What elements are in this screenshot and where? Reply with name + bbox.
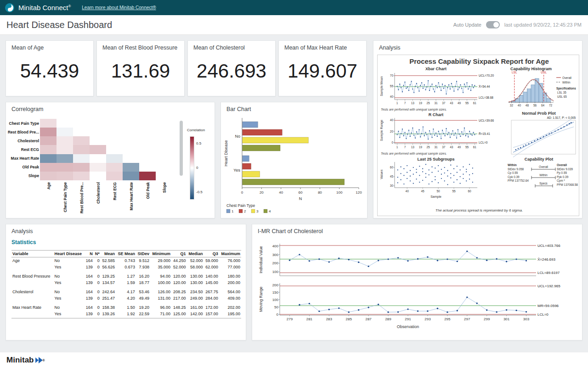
svg-text:Slope: Slope (162, 182, 167, 193)
correlogram-y-label: Old Peak (7, 165, 39, 169)
svg-text:49: 49 (458, 145, 461, 149)
header-controls: Auto Update last updated 9/20/22, 12:45:… (453, 21, 582, 28)
sixpack-graph[interactable]: Process Capability Sixpack Report for Ag… (377, 55, 579, 216)
minitab-wordmark: Minitab (6, 356, 34, 365)
correlogram-y-label: Rest ECG (7, 147, 39, 152)
svg-text:LSL: LSL (512, 71, 517, 74)
correlogram-chart[interactable]: Chest Pain TypeRest Blood Pre...Choleste… (6, 102, 215, 218)
correlogram-cell (40, 128, 57, 136)
kpi-label: Mean of Rest Blood Pressure (102, 45, 177, 51)
panel-title: I-MR Chart of Cholesterol (258, 228, 323, 234)
svg-text:50: 50 (274, 305, 278, 309)
svg-text:Cpk 0.39: Cpk 0.39 (508, 175, 520, 179)
correlogram-cell (73, 172, 90, 180)
svg-text:2: 2 (244, 209, 246, 213)
svg-text:Overall: Overall (539, 165, 548, 168)
auto-update-toggle[interactable] (486, 21, 500, 28)
correlogram-cell (90, 145, 106, 154)
correlogram-cell (73, 154, 90, 163)
svg-text:3: 3 (256, 209, 259, 213)
svg-text:Last 25 Subgroups: Last 25 Subgroups (417, 157, 454, 162)
svg-text:25: 25 (427, 101, 430, 105)
svg-text:285: 285 (346, 317, 352, 321)
svg-text:LCL=89.6197: LCL=89.6197 (537, 271, 560, 275)
minitab-logo-icon (35, 357, 43, 363)
svg-text:283: 283 (326, 317, 333, 321)
correlogram-cell (57, 145, 73, 154)
svg-text:Overall: Overall (557, 163, 567, 167)
correlogram-cell (90, 172, 106, 180)
imr-graph[interactable]: Individual Value100200300400UCL=403.766X… (256, 237, 579, 337)
svg-text:200: 200 (272, 283, 279, 287)
svg-text:Specifications: Specifications (556, 87, 576, 90)
table-header: Q3 (204, 251, 219, 257)
svg-text:UCL=192.965: UCL=192.965 (537, 284, 560, 288)
svg-text:45: 45 (390, 175, 394, 178)
svg-text:LSL 35: LSL 35 (557, 91, 566, 94)
table-row: CholesterolNo1640242.644.1753.46126.0020… (11, 286, 241, 295)
svg-text:0: 0 (391, 141, 393, 144)
svg-text:40: 40 (518, 104, 521, 107)
table-header: StDev (136, 251, 150, 257)
svg-text:Heart Disease: Heart Disease (224, 140, 228, 166)
svg-text:1: 1 (396, 145, 398, 149)
svg-text:48: 48 (526, 104, 529, 107)
toggle-knob (493, 22, 499, 28)
svg-text:31: 31 (434, 145, 438, 149)
svg-text:297: 297 (464, 317, 470, 321)
correlogram-legend-tick: 0 (196, 166, 198, 170)
correlogram-legend-tick: -0.5 (196, 190, 203, 194)
svg-text:55: 55 (390, 84, 394, 88)
svg-text:Sample Mean: Sample Mean (380, 76, 384, 96)
correlogram-y-label: Max Heart Rate (7, 156, 39, 161)
correlogram-cell (40, 172, 57, 180)
svg-text:LCL=0: LCL=0 (537, 312, 548, 317)
svg-text:Cpm *: Cpm * (557, 179, 565, 183)
svg-text:291: 291 (405, 317, 411, 321)
table-header: Variable (11, 251, 54, 257)
barchart-plot[interactable]: Heart DiseaseNoYes020406080100120NChest … (221, 114, 368, 218)
correlogram-cell (90, 154, 106, 163)
svg-text:32: 32 (510, 104, 514, 107)
svg-text:N: N (299, 196, 302, 201)
svg-text:Sample Range: Sample Range (380, 120, 384, 141)
svg-text:Values: Values (380, 169, 383, 179)
svg-text:43: 43 (450, 145, 453, 149)
svg-text:7: 7 (404, 145, 406, 149)
svg-text:20: 20 (390, 130, 394, 133)
svg-text:Cp 0.55: Cp 0.55 (508, 171, 518, 175)
svg-text:UCL=403.766: UCL=403.766 (537, 244, 560, 248)
table-header: Mean (101, 251, 116, 257)
correlogram-y-label: Rest Blood Pre... (7, 130, 39, 134)
svg-text:100: 100 (272, 270, 279, 274)
svg-text:Capability Plot: Capability Plot (525, 157, 554, 162)
svg-text:Chest Pain Type: Chest Pain Type (226, 203, 255, 208)
svg-text:Normal Prob Plot: Normal Prob Plot (522, 111, 556, 116)
learn-more-link[interactable]: Learn more about Minitab Connect® (82, 5, 156, 10)
correlogram-cell (73, 145, 90, 154)
kpi-card-mean-of-max-heart-rate: Mean of Max Heart Rate 149.607 (278, 40, 367, 96)
svg-text:60: 60 (468, 190, 471, 193)
imr-chart-card: I-MR Chart of Cholesterol Individual Val… (252, 224, 582, 340)
svg-text:The actual process spread is r: The actual process spread is represented… (435, 208, 523, 212)
svg-text:4: 4 (269, 209, 271, 213)
kpi-card-mean-of-rest-blood-pressure: Mean of Rest Blood Pressure 131.69 (96, 40, 185, 96)
svg-text:Within: Within (508, 163, 517, 167)
correlogram-cell (106, 172, 123, 180)
panel-title: Analysis (379, 45, 401, 51)
table-header: Maximum (219, 251, 241, 257)
svg-text:55: 55 (452, 190, 456, 193)
correlogram-scrollbar[interactable] (180, 121, 183, 176)
minitab-connect-logo-icon (5, 3, 15, 13)
svg-text:40: 40 (390, 118, 394, 122)
correlogram-cell (123, 172, 139, 180)
kpi-value: 149.607 (279, 60, 366, 82)
analysis-sixpack-card: Analysis Process Capability Sixpack Repo… (373, 40, 582, 218)
table-row: Yes1390139.261.9222.5971.00125.00142.001… (11, 311, 241, 318)
table-row: Yes1390134.571.5918.77100.00120.00130.00… (11, 279, 241, 286)
svg-text:Sample: Sample (430, 195, 441, 199)
kpi-label: Mean of Age (11, 45, 44, 51)
svg-text:200: 200 (272, 261, 279, 265)
kpi-label: Mean of Cholesterol (193, 45, 245, 51)
kpi-value: 131.69 (97, 60, 184, 82)
